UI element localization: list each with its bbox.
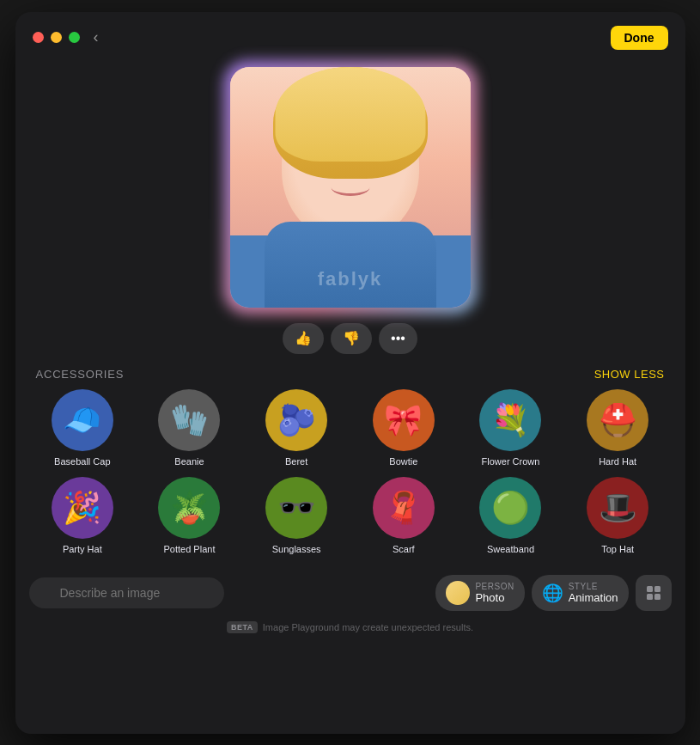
watermark: fablyk [318, 268, 383, 290]
beret-label: Beret [285, 456, 307, 467]
person-mode-button[interactable]: PERSON Photo [435, 575, 524, 611]
accessory-party-hat[interactable]: 🎉 Party Hat [33, 477, 133, 554]
thumbs-down-button[interactable]: 👎 [331, 323, 372, 354]
beta-text: Image Playground may create unexpected r… [263, 622, 473, 632]
sweatband-label: Sweatband [487, 544, 534, 554]
show-less-button[interactable]: SHOW LESS [594, 368, 665, 381]
main-content: fablyk 👍 👎 ••• [15, 58, 685, 354]
close-button[interactable] [33, 32, 44, 43]
describe-wrapper: ✦ [29, 577, 429, 608]
person-mode-content: PERSON Photo [475, 582, 514, 604]
accessory-sunglasses[interactable]: 🕶️ Sunglasses [247, 477, 347, 554]
person-mode-label: PERSON [475, 582, 514, 591]
app-window: ‹ Done [15, 12, 685, 734]
avatar-image: fablyk [230, 67, 471, 308]
scarf-icon: 🧣 [373, 477, 435, 539]
beanie-label: Beanie [174, 456, 204, 467]
action-buttons: 👍 👎 ••• [283, 323, 417, 354]
person-mode-value: Photo [475, 591, 504, 604]
titlebar: ‹ Done [15, 12, 685, 58]
beta-bar: BETA Image Playground may create unexpec… [15, 621, 685, 644]
svg-rect-3 [654, 594, 660, 600]
hard-hat-icon: ⛑️ [587, 389, 648, 451]
more-options-button[interactable]: ••• [379, 323, 417, 354]
accessory-hard-hat[interactable]: ⛑️ Hard Hat [568, 389, 668, 467]
party-hat-label: Party Hat [63, 544, 102, 554]
bottom-bar: ✦ PERSON Photo 🌐 STYLE Animation [15, 565, 685, 621]
accessory-scarf[interactable]: 🧣 Scarf [353, 477, 453, 554]
flower-crown-label: Flower Crown [482, 456, 540, 467]
minimize-button[interactable] [51, 32, 62, 43]
style-mode-content: STYLE Animation [569, 582, 618, 604]
hard-hat-label: Hard Hat [599, 456, 636, 467]
titlebar-left: ‹ [33, 28, 99, 46]
style-mode-label: STYLE [569, 582, 598, 591]
top-hat-label: Top Hat [601, 544, 634, 554]
accessory-beanie[interactable]: 🧤 Beanie [139, 389, 240, 467]
beanie-icon: 🧤 [158, 389, 220, 451]
potted-plant-icon: 🪴 [158, 477, 220, 539]
person-avatar [446, 581, 470, 605]
baseball-cap-icon: 🧢 [52, 389, 113, 451]
char-body [265, 222, 436, 308]
sunglasses-label: Sunglasses [272, 544, 321, 554]
gallery-icon [645, 584, 662, 601]
char-hair [275, 67, 425, 162]
accessory-potted-plant[interactable]: 🪴 Potted Plant [139, 477, 240, 554]
maximize-button[interactable] [69, 32, 80, 43]
svg-rect-0 [647, 586, 653, 592]
done-button[interactable]: Done [611, 26, 668, 50]
potted-plant-label: Potted Plant [164, 544, 216, 554]
thumbs-up-button[interactable]: 👍 [283, 323, 324, 354]
sunglasses-icon: 🕶️ [265, 477, 327, 539]
party-hat-icon: 🎉 [52, 477, 113, 539]
accessory-baseball-cap[interactable]: 🧢 Baseball Cap [33, 389, 133, 467]
sweatband-icon: 🟢 [479, 477, 541, 539]
avatar-container: fablyk [230, 67, 471, 308]
svg-rect-2 [647, 594, 653, 600]
bowtie-label: Bowtie [389, 456, 417, 467]
accessory-flower-crown[interactable]: 💐 Flower Crown [460, 389, 561, 467]
flower-crown-icon: 💐 [479, 389, 541, 451]
beta-badge: BETA [227, 621, 258, 633]
accessories-grid: 🧢 Baseball Cap 🧤 Beanie 🫐 Beret 🎀 Bowtie… [15, 389, 685, 554]
gallery-button[interactable] [636, 575, 672, 611]
svg-rect-1 [654, 586, 660, 592]
style-mode-button[interactable]: 🌐 STYLE Animation [532, 575, 629, 611]
traffic-lights [33, 32, 80, 43]
accessory-top-hat[interactable]: 🎩 Top Hat [568, 477, 668, 554]
describe-input[interactable] [29, 577, 224, 608]
accessory-beret[interactable]: 🫐 Beret [247, 389, 347, 467]
top-hat-icon: 🎩 [587, 477, 648, 539]
accessory-bowtie[interactable]: 🎀 Bowtie [353, 389, 453, 467]
style-mode-value: Animation [569, 591, 618, 604]
accessories-title: ACCESSORIES [36, 368, 125, 381]
baseball-cap-label: Baseball Cap [54, 456, 110, 467]
style-icon: 🌐 [542, 583, 563, 603]
beret-icon: 🫐 [265, 389, 327, 451]
accessory-sweatband[interactable]: 🟢 Sweatband [460, 477, 561, 554]
scarf-label: Scarf [393, 544, 415, 554]
back-button[interactable]: ‹ [94, 28, 99, 46]
accessories-section-header: ACCESSORIES SHOW LESS [15, 354, 685, 389]
char-mouth [331, 179, 369, 196]
bowtie-icon: 🎀 [373, 389, 435, 451]
